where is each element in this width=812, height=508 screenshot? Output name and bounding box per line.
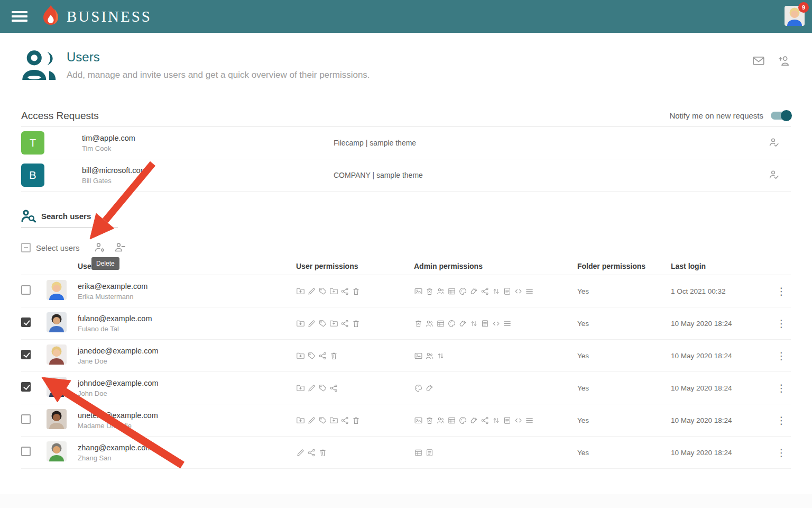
main-content: Users Add, manage and invite users and g… <box>0 49 812 469</box>
search-users-field[interactable]: Search users <box>21 209 118 228</box>
last-login-value: 10 May 2020 18:24 <box>671 416 772 424</box>
search-user-icon <box>21 209 36 223</box>
user-permissions-icons <box>296 384 414 393</box>
approve-request-button[interactable] <box>768 169 780 182</box>
folder-download-icon <box>296 319 305 328</box>
admin-permissions-icons <box>414 287 577 296</box>
user-row: johndoe@example.com John Doe Yes 10 May … <box>21 372 791 404</box>
row-menu-button[interactable]: ⋮ <box>772 415 791 425</box>
folder-download-icon <box>296 416 305 425</box>
table-icon <box>436 319 445 328</box>
user-avatar <box>47 344 67 365</box>
share-icon <box>318 351 327 360</box>
user-avatar <box>47 280 67 300</box>
list-icon <box>525 416 534 425</box>
users-icon <box>425 319 434 328</box>
document-icon <box>503 287 512 296</box>
notify-toggle[interactable] <box>771 112 791 120</box>
col-header-last-login: Last login <box>671 262 772 270</box>
brand-flame-icon <box>40 5 61 28</box>
row-menu-button[interactable]: ⋮ <box>772 383 791 393</box>
request-project: COMPANY | sample theme <box>334 171 768 179</box>
email-users-button[interactable] <box>752 54 765 68</box>
row-checkbox[interactable] <box>21 285 31 295</box>
letter-avatar: B <box>21 164 44 187</box>
approve-request-button[interactable] <box>768 137 780 149</box>
row-checkbox[interactable] <box>21 447 31 456</box>
user-row: fulano@example.com Fulano de Tal Yes 10 … <box>21 307 791 340</box>
document-icon <box>503 416 512 425</box>
row-menu-button[interactable]: ⋮ <box>772 319 791 329</box>
list-icon <box>525 287 534 296</box>
delete-users-button[interactable] <box>114 241 126 254</box>
tag-icon <box>307 351 316 360</box>
image-icon <box>414 351 423 360</box>
add-user-button[interactable] <box>777 54 791 68</box>
folder-permissions-value: Yes <box>577 384 671 392</box>
last-login-value: 10 May 2020 18:24 <box>671 320 772 328</box>
row-menu-button[interactable]: ⋮ <box>772 351 791 361</box>
delete-icon <box>329 351 338 360</box>
row-checkbox[interactable] <box>21 350 31 359</box>
users-icon <box>425 351 434 360</box>
palette-icon <box>447 319 456 328</box>
menu-icon[interactable] <box>12 9 27 24</box>
document-icon <box>481 319 490 328</box>
user-permissions-icons <box>296 319 414 328</box>
page-bottom-strip <box>0 494 812 508</box>
share-icon <box>329 384 338 393</box>
user-permissions-icons <box>296 351 414 360</box>
admin-permissions-icons <box>414 351 577 360</box>
share-icon <box>307 448 316 457</box>
row-menu-button[interactable]: ⋮ <box>772 286 791 296</box>
image-icon <box>414 287 423 296</box>
folder-download-icon <box>296 287 305 296</box>
col-header-user-permissions: User permissions <box>296 262 414 270</box>
code-icon <box>514 416 523 425</box>
user-row: zhang@example.com Zhang San Yes 10 May 2… <box>21 437 791 469</box>
sort-icon <box>492 416 501 425</box>
row-checkbox[interactable] <box>21 318 31 327</box>
folder-download-icon <box>296 384 305 393</box>
user-name: Zhang San <box>78 454 296 462</box>
admin-permissions-icons <box>414 448 577 457</box>
users-page-icon <box>21 49 59 83</box>
select-all-checkbox[interactable] <box>21 243 31 252</box>
palette-icon <box>458 416 467 425</box>
bulk-edit-users-button[interactable] <box>94 241 106 254</box>
folder-permissions-value: Yes <box>577 287 671 295</box>
select-users-controls: Select users <box>21 241 791 255</box>
share-icon <box>481 416 490 425</box>
request-name: Bill Gates <box>82 177 334 185</box>
user-avatar <box>47 377 67 397</box>
user-permissions-icons <box>296 416 414 425</box>
code-icon <box>492 319 501 328</box>
tag-icon <box>318 416 327 425</box>
last-login-value: 10 May 2020 18:24 <box>671 449 772 457</box>
folder-add-icon <box>329 319 338 328</box>
row-checkbox[interactable] <box>21 414 31 424</box>
users-icon <box>436 416 445 425</box>
user-avatar <box>47 312 67 332</box>
last-login-value: 1 Oct 2021 00:32 <box>671 287 772 295</box>
user-name: Jane Doe <box>78 357 296 365</box>
col-header-folder-permissions: Folder permissions <box>577 262 671 270</box>
select-users-label: Select users <box>36 243 80 252</box>
labels-icon <box>469 287 478 296</box>
row-checkbox[interactable] <box>21 382 31 392</box>
access-request-row: B bill@microsoft.com Bill Gates COMPANY … <box>21 159 791 192</box>
user-email: janedoe@example.com <box>78 347 296 355</box>
page-title: Users <box>67 50 370 65</box>
last-login-value: 10 May 2020 18:24 <box>671 352 772 360</box>
user-permissions-icons <box>296 287 414 296</box>
delete-forever-icon <box>414 319 423 328</box>
tag-icon <box>318 287 327 296</box>
folder-permissions-value: Yes <box>577 352 671 360</box>
row-menu-button[interactable]: ⋮ <box>772 448 791 458</box>
last-login-value: 10 May 2020 18:24 <box>671 384 772 392</box>
account-avatar[interactable]: 9 <box>785 6 805 26</box>
share-icon <box>340 319 349 328</box>
user-name: Fulano de Tal <box>78 325 296 333</box>
sort-icon <box>469 319 478 328</box>
table-icon <box>414 448 423 457</box>
